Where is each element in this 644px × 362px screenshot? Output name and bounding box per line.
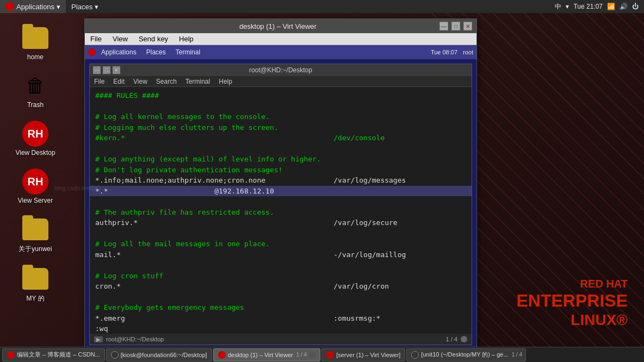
applications-arrow-icon: ▾ <box>57 3 60 11</box>
vm-places-menu[interactable]: Places <box>142 46 170 58</box>
taskbar-blog-label: 编辑文章 – 博客频道 – CSDN... <box>17 351 100 359</box>
terminal-titlebar: — □ ✕ root@KHD:~/Desktop <box>90 64 472 76</box>
vm-topbar: Applications Places Terminal Tue 08:07 r… <box>85 45 476 59</box>
terminal-minimize-btn[interactable]: — <box>93 66 101 74</box>
taskbar-unit10-label: [unit10 (~/Desktop/MY 的) – ge... <box>421 351 508 359</box>
terminal-body[interactable]: #### RULES #### # Log all kernel message… <box>90 87 472 334</box>
terminal-page: 1 / 4 <box>446 336 457 342</box>
view-server-icon: RH <box>22 168 48 195</box>
taskbar-page-icon <box>309 352 315 358</box>
term-file-menu[interactable]: File <box>90 76 109 87</box>
redhat-branding: RED HAT ENTERPRISE LINUX® <box>517 277 628 329</box>
terminal-title: root@KHD:~/Desktop <box>120 66 441 74</box>
vm-terminal-menu[interactable]: Terminal <box>171 46 205 58</box>
kiosk-task-icon <box>111 351 119 359</box>
taskbar-item-blog[interactable]: 编辑文章 – 博客频道 – CSDN... <box>2 348 105 361</box>
places-arrow-icon: ▾ <box>95 3 98 11</box>
virt-viewer-window: desktop (1) – Virt Viewer — □ ✕ File Vie… <box>84 18 477 350</box>
terminal-menubar: File Edit View Search Terminal Help <box>90 76 472 87</box>
home-icon-label: home <box>27 53 44 61</box>
vm-topbar-right: Tue 08:07 root <box>431 49 473 55</box>
taskbar-item-kiosk[interactable]: [kiosk@foundation66:~/Desktop] <box>106 348 212 361</box>
term-search-menu[interactable]: Search <box>152 76 181 87</box>
yunwei-icon-label: 关于yunwei <box>18 245 52 254</box>
unit10-task-icon <box>411 351 419 359</box>
taskbar-virt-label: desktop (1) – Virt Viewer <box>228 352 293 358</box>
topbar-right: 中 ▾ Tue 21:07 📶 🔊 ⏻ <box>555 2 644 11</box>
view-desktop-label: View Desktop <box>15 149 55 157</box>
my-icon-label: MY 的 <box>26 294 44 303</box>
desktop-icon-about-yunwei[interactable]: 关于yunwei <box>5 213 65 257</box>
applications-menu[interactable]: Applications ▾ <box>0 0 66 13</box>
vm-redhat-icon <box>88 48 96 56</box>
view-server-label: View Server <box>18 197 53 204</box>
vm-topbar-left: Applications Places Terminal <box>88 46 205 58</box>
desktop-icon-view-desktop[interactable]: RH View Desktop <box>5 117 65 160</box>
rh-line1: RED HAT <box>517 277 628 290</box>
term-help-menu[interactable]: Help <box>214 76 237 87</box>
close-button[interactable]: ✕ <box>463 22 472 30</box>
trash-icon: 🗑 <box>22 73 48 99</box>
desktop-icon-home[interactable]: home <box>5 22 65 64</box>
terminal-close-btn[interactable]: ✕ <box>113 66 120 74</box>
applications-label: Applications <box>16 3 54 11</box>
taskbar-item-virt-viewer[interactable]: desktop (1) – Virt Viewer 1 / 4 <box>213 348 321 361</box>
places-menu[interactable]: Places ▾ <box>66 0 104 13</box>
blog-task-icon <box>7 351 15 359</box>
term-terminal-menu[interactable]: Terminal <box>181 76 214 87</box>
virt-file-menu[interactable]: File <box>85 33 107 45</box>
my-folder-icon <box>22 266 48 292</box>
desktop-icons-panel: home 🗑 Trash RH View Desktop RH View Ser… <box>0 16 71 307</box>
topbar-separator1: ▾ <box>566 3 569 10</box>
virt-viewer-titlebar: desktop (1) – Virt Viewer — □ ✕ <box>85 19 476 33</box>
vm-time: Tue 08:07 <box>431 49 457 55</box>
desktop-icon-trash[interactable]: 🗑 Trash <box>5 70 65 112</box>
terminal-maximize-btn[interactable]: □ <box>103 66 110 74</box>
term-edit-menu[interactable]: Edit <box>109 76 129 87</box>
virt-viewer-controls: — □ ✕ <box>439 22 472 30</box>
terminal-content: #### RULES #### # Log all kernel message… <box>95 90 466 334</box>
volume-icon[interactable]: 🔊 <box>620 3 628 10</box>
rh-line2: ENTERPRISE <box>517 290 628 311</box>
rh-line3: LINUX® <box>517 311 628 329</box>
yunwei-folder-icon <box>22 216 48 242</box>
taskbar-item-unit10[interactable]: [unit10 (~/Desktop/MY 的) – ge... 1 / 4 <box>406 348 526 361</box>
terminal-window: — □ ✕ root@KHD:~/Desktop File Edit View … <box>89 64 472 345</box>
terminal-path: root@KHD:~/Desktop <box>106 336 164 342</box>
terminal-statusbar: ▶ root@KHD:~/Desktop 1 / 4 <box>90 334 472 345</box>
taskbar-server-label: [server (1) – Virt Viewer] <box>336 352 400 358</box>
virt-task-icon <box>218 351 226 359</box>
topbar-left: Applications ▾ Places ▾ <box>0 0 104 13</box>
vm-applications-menu[interactable]: Applications <box>97 46 141 58</box>
virt-viewer-menubar: File View Send key Help <box>85 33 476 45</box>
virt-view-menu[interactable]: View <box>107 33 133 45</box>
wifi-icon[interactable]: 📶 <box>607 3 615 10</box>
taskbar-kiosk-label: [kiosk@foundation66:~/Desktop] <box>121 352 207 358</box>
places-label: Places <box>71 3 92 11</box>
taskbar-item-server-viewer[interactable]: [server (1) – Virt Viewer] <box>321 348 405 361</box>
minimize-button[interactable]: — <box>439 22 448 30</box>
taskbar-unit10-page: 1 / 4 <box>512 352 522 358</box>
terminal-status-right: 1 / 4 <box>446 336 467 342</box>
home-folder-icon <box>22 25 48 51</box>
redhat-icon <box>5 2 14 11</box>
term-view-menu[interactable]: View <box>129 76 152 87</box>
vm-user: root <box>463 49 473 55</box>
taskbar: 编辑文章 – 博客频道 – CSDN... [kiosk@foundation6… <box>0 347 644 362</box>
terminal-info-icon[interactable] <box>461 336 467 342</box>
vm-content: Applications Places Terminal Tue 08:07 r… <box>85 45 476 349</box>
terminal-ctrl-buttons: — □ ✕ <box>93 66 120 74</box>
terminal-icon: ▶ <box>94 336 103 342</box>
maximize-button[interactable]: □ <box>451 22 460 30</box>
desktop-icon-view-server[interactable]: RH View Server <box>5 165 65 208</box>
topbar: Applications ▾ Places ▾ 中 ▾ Tue 21:07 📶 … <box>0 0 644 13</box>
view-desktop-icon: RH <box>22 121 48 147</box>
input-method-indicator[interactable]: 中 <box>555 2 561 11</box>
desktop-icon-my[interactable]: MY 的 <box>5 263 65 307</box>
server-task-icon <box>326 351 334 359</box>
virt-send-key-menu[interactable]: Send key <box>133 33 174 45</box>
power-icon[interactable]: ⏻ <box>632 3 639 10</box>
virt-viewer-title: desktop (1) – Virt Viewer <box>116 22 439 30</box>
taskbar-page: 1 / 4 <box>296 352 307 358</box>
virt-help-menu[interactable]: Help <box>174 33 199 45</box>
